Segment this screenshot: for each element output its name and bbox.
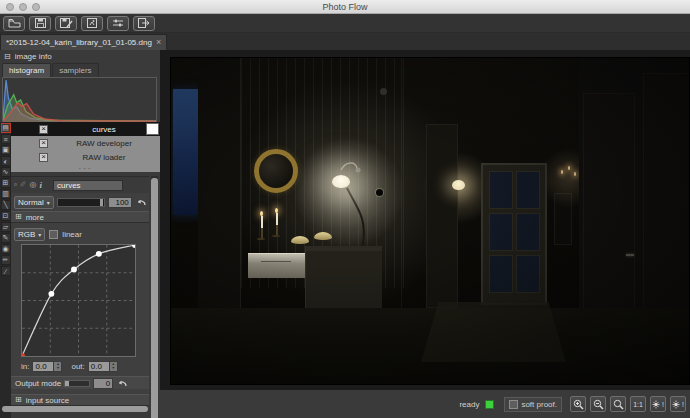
save-floppy-icon <box>35 18 46 28</box>
save-button[interactable] <box>29 16 51 31</box>
vignette <box>171 58 689 384</box>
curve-editor[interactable] <box>21 244 136 357</box>
zoom-in-icon <box>573 399 584 410</box>
gradient-icon[interactable]: ▥ <box>1 189 11 199</box>
histogram-display <box>2 77 157 123</box>
layers-resize-handle[interactable]: ··· <box>11 164 160 172</box>
zoom-out-button[interactable] <box>590 396 606 412</box>
horizontal-scrollbar[interactable] <box>2 406 148 412</box>
title-bar: Photo Flow <box>0 0 690 14</box>
path-icon[interactable]: ✎ <box>1 233 11 243</box>
spinner-arrows[interactable]: ▴▾ <box>54 361 62 372</box>
linear-checkbox[interactable] <box>49 230 58 239</box>
crop-icon[interactable]: ⊡ <box>1 211 11 221</box>
channel-select[interactable]: RGB ▾ <box>14 228 45 241</box>
layer-label: RAW developer <box>48 139 160 148</box>
output-mode-slider-handle[interactable] <box>65 381 69 386</box>
document-tab[interactable]: *2015-12-04_karin_library_01_01-05.dng × <box>0 34 167 50</box>
layer-visible-checkbox[interactable]: × <box>39 125 48 134</box>
open-button[interactable] <box>3 16 25 31</box>
curves-icon[interactable]: ∿ <box>1 167 11 177</box>
tab-histogram[interactable]: histogram <box>2 63 51 77</box>
export-file-icon <box>87 18 97 28</box>
layer-visible-checkbox[interactable]: × <box>39 139 48 148</box>
blend-row: Normal ▾ 100 <box>11 193 149 211</box>
save-as-button[interactable] <box>55 16 77 31</box>
basic-adjustments-icon[interactable]: ≡ <box>1 134 11 144</box>
scratch-icon[interactable]: ∕ <box>1 266 11 276</box>
input-source-label: input source <box>26 396 70 405</box>
input-source-expander[interactable]: ⊞ input source <box>11 394 149 406</box>
ready-status: ready <box>459 400 479 409</box>
undo-arrow-icon <box>117 379 127 388</box>
output-mode-label: Output mode <box>15 379 61 388</box>
image-info-label: image info <box>15 52 52 61</box>
status-indicator <box>485 400 494 409</box>
layer-visible-checkbox[interactable]: × <box>39 153 48 162</box>
draw-line-icon[interactable]: ╲ <box>1 200 11 210</box>
open-folder-icon <box>8 18 21 28</box>
opacity-slider-handle[interactable] <box>100 199 103 206</box>
buffer-layers-icon[interactable]: ▤ <box>1 123 11 133</box>
soft-proof-checkbox[interactable] <box>509 400 518 409</box>
preview-eye-icon[interactable]: ◉ <box>1 244 11 254</box>
out-spinner[interactable]: 0.0 ▴▾ <box>88 361 118 372</box>
curve-chart[interactable] <box>22 245 135 356</box>
layer-row-raw-loader[interactable]: × RAW loader <box>11 150 160 164</box>
zoom-100-button[interactable]: 1:1 <box>630 396 646 412</box>
pin-icon[interactable]: ✐ <box>20 181 27 189</box>
blend-mode-select[interactable]: Normal ▾ <box>14 196 54 209</box>
channel-row: RGB ▾ linear <box>11 226 149 242</box>
clone-icon[interactable]: ⊞ <box>1 178 11 188</box>
settings-button[interactable] <box>107 16 129 31</box>
output-mode-slider[interactable] <box>64 380 90 387</box>
expand-icon: ⊞ <box>15 396 22 404</box>
levels-icon[interactable]: ▣ <box>1 145 11 155</box>
histogram-tab-bar: histogram samplers <box>0 63 160 77</box>
tab-close-icon[interactable]: × <box>156 38 161 47</box>
out-label: out: <box>71 362 84 371</box>
in-label: in: <box>21 362 29 371</box>
controls-header: ▫ ✐ ◎ i curves <box>11 177 149 193</box>
mask-icon[interactable]: ▫ <box>14 181 17 189</box>
brush-icon[interactable]: ✏ <box>1 255 11 265</box>
warning-mark: ! <box>662 401 664 408</box>
layer-row-curves[interactable]: × curves <box>11 122 160 136</box>
zoom-out-icon <box>593 399 604 410</box>
export-button[interactable] <box>81 16 103 31</box>
curve-inout-row: in: 0.0 ▴▾ out: 0.0 ▴▾ <box>11 359 149 373</box>
vertical-scrollbar[interactable] <box>151 178 158 418</box>
tab-samplers[interactable]: samplers <box>52 63 98 77</box>
spinner-arrows[interactable]: ▴▾ <box>110 361 118 372</box>
opacity-slider[interactable] <box>57 198 105 207</box>
out-value[interactable]: 0.0 <box>88 361 110 372</box>
more-expander[interactable]: ⊞ more <box>11 211 149 223</box>
chevron-down-icon: ▾ <box>38 231 41 238</box>
reset-icon[interactable]: ◎ <box>30 181 37 189</box>
in-spinner[interactable]: 0.0 ▴▾ <box>32 361 62 372</box>
output-mode-reset-button[interactable] <box>116 378 128 389</box>
image-viewport[interactable] <box>160 50 690 418</box>
histogram-chart <box>3 78 156 122</box>
zoom-in-button[interactable] <box>570 396 586 412</box>
app-window: Photo Flow *2015-12-04_karin_library <box>0 0 690 418</box>
info-icon[interactable]: i <box>40 181 43 190</box>
layer-row-raw-developer[interactable]: × RAW developer <box>11 136 160 150</box>
highlight-warning-button[interactable]: ! <box>670 396 686 412</box>
opacity-value[interactable]: 100 <box>108 197 132 208</box>
zoom-fit-button[interactable] <box>610 396 626 412</box>
image-info-expander[interactable]: ⊟ image info <box>0 50 160 63</box>
zoom-fit-icon <box>613 399 624 410</box>
perspective-icon[interactable]: ▱ <box>1 222 11 232</box>
opacity-reset-button[interactable] <box>135 197 147 208</box>
soft-proof-control[interactable]: soft proof. <box>504 397 562 412</box>
photo-canvas[interactable] <box>170 57 690 385</box>
more-label: more <box>26 213 44 222</box>
layer-name-input[interactable]: curves <box>53 180 123 191</box>
output-mode-value[interactable]: 0 <box>93 378 113 389</box>
in-value[interactable]: 0.0 <box>32 361 54 372</box>
export-image-button[interactable] <box>133 16 155 31</box>
shadow-warning-button[interactable]: ! <box>650 396 666 412</box>
blend-mode-value: Normal <box>18 198 44 207</box>
contrast-icon[interactable]: ◐ <box>1 156 11 166</box>
